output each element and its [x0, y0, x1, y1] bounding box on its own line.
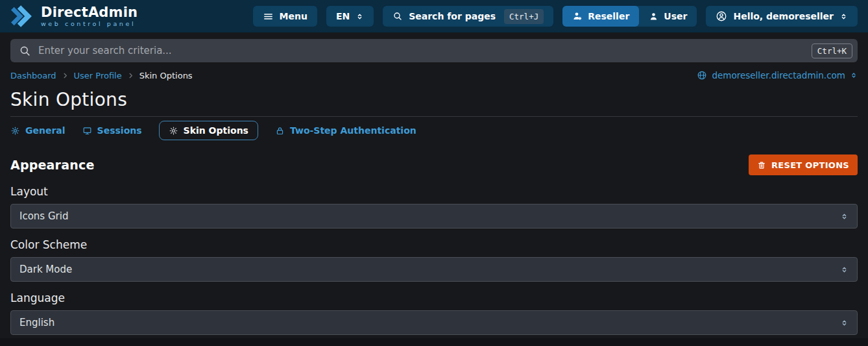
- color-scheme-select[interactable]: Dark Mode: [10, 257, 858, 282]
- chevron-updown-icon: [840, 319, 849, 327]
- brand-text: DirectAdmin web control panel: [41, 5, 138, 27]
- monitor-icon: [82, 126, 92, 136]
- tab-general-label: General: [25, 125, 66, 136]
- chevron-updown-icon: [840, 266, 849, 274]
- tab-two-step-label: Two-Step Authentication: [290, 125, 416, 136]
- search-pages-shortcut: Ctrl+J: [504, 9, 544, 24]
- search-pages-label: Search for pages: [409, 11, 496, 21]
- tab-skin-options[interactable]: Skin Options: [159, 121, 258, 140]
- tab-two-step-authentication[interactable]: Two-Step Authentication: [275, 121, 416, 140]
- tab-general[interactable]: General: [10, 121, 66, 140]
- page-title: Skin Options: [10, 89, 858, 110]
- breadcrumb-user-profile[interactable]: User Profile: [74, 71, 122, 80]
- search-icon: [19, 45, 31, 57]
- menu-button[interactable]: Menu: [253, 6, 317, 27]
- chevron-right-icon: [62, 72, 69, 79]
- reset-options-label: RESET OPTIONS: [771, 160, 849, 170]
- color-scheme-label: Color Scheme: [10, 238, 858, 251]
- layout-label: Layout: [10, 185, 858, 198]
- global-search-bar: Ctrl+K: [10, 39, 858, 62]
- user-circle-icon: [716, 10, 727, 22]
- search-pages-button[interactable]: Search for pages Ctrl+J: [383, 6, 553, 27]
- role-switcher: Reseller User: [562, 6, 697, 27]
- breadcrumb-row: Dashboard User Profile Skin Options demo…: [10, 70, 858, 80]
- breadcrumb-current: Skin Options: [139, 71, 193, 80]
- search-shortcut-badge: Ctrl+K: [812, 43, 852, 58]
- breadcrumb-dashboard[interactable]: Dashboard: [10, 71, 56, 80]
- language-label: EN: [336, 11, 350, 21]
- top-navbar: DirectAdmin web control panel Menu EN Se…: [0, 0, 868, 32]
- reseller-label: Reseller: [588, 11, 629, 21]
- search-icon: [392, 11, 403, 21]
- lock-icon: [275, 126, 285, 136]
- user-toggle[interactable]: User: [639, 6, 697, 27]
- gear-icon: [10, 126, 20, 136]
- user-icon: [649, 12, 658, 21]
- layout-select[interactable]: Icons Grid: [10, 204, 858, 229]
- chevron-updown-icon: [839, 12, 848, 21]
- menu-label: Menu: [280, 11, 307, 21]
- layout-field: Layout Icons Grid: [10, 185, 858, 229]
- trash-icon: [757, 160, 766, 170]
- gear-icon: [169, 126, 178, 136]
- reseller-toggle[interactable]: Reseller: [562, 6, 639, 27]
- tab-sessions-label: Sessions: [97, 125, 142, 136]
- search-input[interactable]: [38, 45, 804, 56]
- reset-options-button[interactable]: RESET OPTIONS: [749, 154, 858, 175]
- account-menu-button[interactable]: Hello, demoreseller: [706, 6, 858, 27]
- language-label: Language: [10, 291, 858, 304]
- color-scheme-field: Color Scheme Dark Mode: [10, 238, 858, 282]
- chevron-right-icon: [127, 72, 134, 79]
- chevron-updown-icon: [850, 71, 858, 79]
- chevron-updown-icon: [356, 12, 364, 21]
- layout-select-value: Icons Grid: [19, 210, 68, 222]
- directadmin-logo-icon: [10, 4, 35, 29]
- language-select-value: English: [19, 317, 54, 328]
- language-selector[interactable]: EN: [326, 6, 374, 27]
- color-scheme-select-value: Dark Mode: [19, 264, 72, 275]
- brand-subtitle: web control panel: [41, 21, 138, 27]
- profile-tabs: General Sessions Skin Options Two-Step A…: [10, 121, 858, 140]
- brand-title: DirectAdmin: [41, 5, 138, 19]
- hamburger-icon: [263, 11, 274, 22]
- domain-label: demoreseller.directadmin.com: [712, 70, 845, 80]
- account-label: Hello, demoreseller: [733, 11, 834, 21]
- bottom-edge: [0, 338, 868, 346]
- appearance-section: Appearance RESET OPTIONS Layout Icons Gr…: [10, 154, 858, 335]
- chevron-updown-icon: [840, 212, 849, 221]
- appearance-title: Appearance: [10, 158, 94, 172]
- domain-selector[interactable]: demoreseller.directadmin.com: [697, 70, 858, 80]
- globe-icon: [697, 70, 707, 80]
- tab-sessions[interactable]: Sessions: [82, 121, 142, 140]
- tab-skin-options-label: Skin Options: [184, 125, 248, 136]
- language-select[interactable]: English: [10, 310, 858, 335]
- directadmin-logo[interactable]: DirectAdmin web control panel: [10, 4, 138, 29]
- language-field: Language English: [10, 291, 858, 335]
- title-divider: [10, 116, 858, 117]
- user-label: User: [664, 11, 687, 21]
- user-gear-icon: [572, 11, 583, 21]
- breadcrumb: Dashboard User Profile Skin Options: [10, 71, 193, 80]
- appearance-header: Appearance RESET OPTIONS: [10, 154, 858, 175]
- skin-options-page: DirectAdmin web control panel Menu EN Se…: [0, 0, 868, 346]
